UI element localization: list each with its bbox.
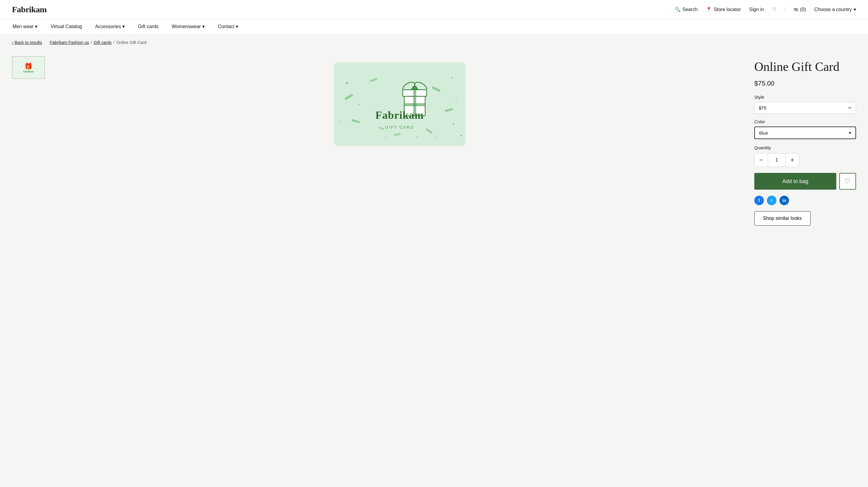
svg-rect-3 [431,86,441,92]
breadcrumb-separator: / [91,40,92,45]
svg-rect-4 [445,108,453,112]
header-divider [785,7,785,12]
heart-icon: ♡ [845,177,850,185]
wishlist-link[interactable]: ♡ [772,7,776,12]
svg-rect-1 [351,119,360,123]
gift-icon: 🎁 [23,63,33,70]
brand-logo[interactable]: Fabrikam [12,5,47,14]
svg-text:✦: ✦ [345,81,349,86]
shop-similar-button[interactable]: Shop similar looks [754,211,811,226]
color-label: Color [754,119,856,124]
product-image: ✦ ✦ ✦ ✦ ✦ ✦ ✦ ✦ ✦ ✦ [334,62,466,146]
gift-card-subtitle-label: GIFT CARD [385,125,414,130]
color-value: Blue [759,130,768,135]
chevron-down-icon: ▾ [236,24,238,29]
svg-rect-6 [394,133,401,136]
cart-link[interactable]: 🛍 (0) [794,7,806,12]
thumbnail-sidebar: 🎁 Fabrikam [12,56,45,226]
svg-text:✦: ✦ [452,122,455,126]
breadcrumb-category-link[interactable]: Gift cards [94,40,112,45]
nav-item-menwear[interactable]: Men wear ▾ [12,19,38,34]
svg-rect-25 [404,103,425,106]
svg-rect-0 [344,94,353,100]
svg-text:✦: ✦ [358,103,360,106]
location-icon: 📍 [706,7,712,12]
product-title: Online Gift Card [754,59,856,74]
nav-item-accessories[interactable]: Accessories ▾ [95,19,125,34]
linkedin-share-button[interactable]: in [779,196,789,205]
svg-text:✦: ✦ [451,76,453,79]
svg-text:✦: ✦ [416,136,418,139]
search-icon: 🔍 [675,7,681,12]
thumbnail-brand-label: Fabrikam [23,70,33,73]
sign-in-link[interactable]: Sign in [749,7,764,12]
breadcrumb: ‹ Back to results Fabrikam Fashion us / … [0,35,868,50]
add-to-bag-row: Add to bag ♡ [754,173,856,190]
facebook-share-button[interactable]: f [754,196,764,205]
cart-count: (0) [800,7,806,12]
chevron-down-icon: ▾ [849,130,851,135]
chevron-down-icon: ▾ [35,24,37,29]
svg-point-18 [401,80,416,93]
gift-card-decoration: ✦ ✦ ✦ ✦ ✦ ✦ ✦ ✦ ✦ ✦ [334,62,466,146]
search-link[interactable]: 🔍 Search [675,7,698,12]
svg-text:✦: ✦ [436,136,438,139]
svg-point-20 [412,86,417,91]
main-nav: Men wear ▾ Virtual Catalog Accessories ▾… [0,19,868,35]
product-details-panel: Online Gift Card $75.00 Style $75 $50 $1… [754,56,856,226]
store-locator-link[interactable]: 📍 Store locator [706,7,741,12]
svg-text:✦: ✦ [385,136,387,139]
color-select[interactable]: Blue ▾ [754,127,856,139]
header-actions: 🔍 Search 📍 Store locator Sign in ♡ 🛍 (0)… [675,7,856,12]
breadcrumb-separator-2: / [114,40,115,45]
add-to-wishlist-button[interactable]: ♡ [839,173,856,190]
product-image-area: ✦ ✦ ✦ ✦ ✦ ✦ ✦ ✦ ✦ ✦ [57,56,742,226]
nav-item-gift-cards[interactable]: Gift cards [137,19,159,34]
quantity-section: Quantity − 1 + [754,145,856,167]
chevron-down-icon: ▾ [122,24,125,29]
svg-text:✦: ✦ [460,134,463,138]
quantity-decrease-button[interactable]: − [754,154,768,167]
main-content: 🎁 Fabrikam ✦ ✦ ✦ ✦ ✦ [0,50,868,244]
svg-rect-5 [425,128,432,134]
svg-rect-21 [403,90,427,96]
style-label: Style [754,95,856,100]
gift-card-brand-label: Fabrikam [375,109,424,122]
breadcrumb-store-link[interactable]: Fabrikam Fashion us [50,40,89,45]
nav-item-contact[interactable]: Contact ▾ [217,19,239,34]
heart-icon: ♡ [772,7,776,12]
chevron-down-icon: ▾ [202,24,205,29]
quantity-controls: − 1 + [754,153,799,167]
quantity-increase-button[interactable]: + [786,154,799,167]
quantity-label: Quantity [754,145,856,150]
style-select[interactable]: $75 $50 $100 [754,102,856,114]
svg-rect-23 [413,90,416,96]
chevron-left-icon: ‹ [12,40,13,45]
bag-icon: 🛍 [794,7,798,12]
product-price: $75.00 [754,79,856,87]
nav-item-virtual-catalog[interactable]: Virtual Catalog [50,19,83,34]
chevron-down-icon: ▾ [854,7,856,12]
add-to-bag-button[interactable]: Add to bag [754,173,836,190]
country-selector[interactable]: Choose a country ▾ [814,7,856,12]
svg-point-19 [413,80,428,93]
twitter-share-button[interactable]: t [767,196,776,205]
back-to-results-link[interactable]: ‹ Back to results [12,40,42,45]
site-header: Fabrikam 🔍 Search 📍 Store locator Sign i… [0,0,868,19]
svg-rect-2 [370,77,378,82]
breadcrumb-current: Online Gift Card [116,40,146,45]
nav-item-womenswear[interactable]: Womenswear ▾ [171,19,206,34]
svg-text:✦: ✦ [455,100,457,103]
quantity-value: 1 [768,154,786,167]
social-share-row: f t in [754,196,856,205]
svg-text:✦: ✦ [339,120,341,123]
product-thumbnail[interactable]: 🎁 Fabrikam [12,56,45,79]
